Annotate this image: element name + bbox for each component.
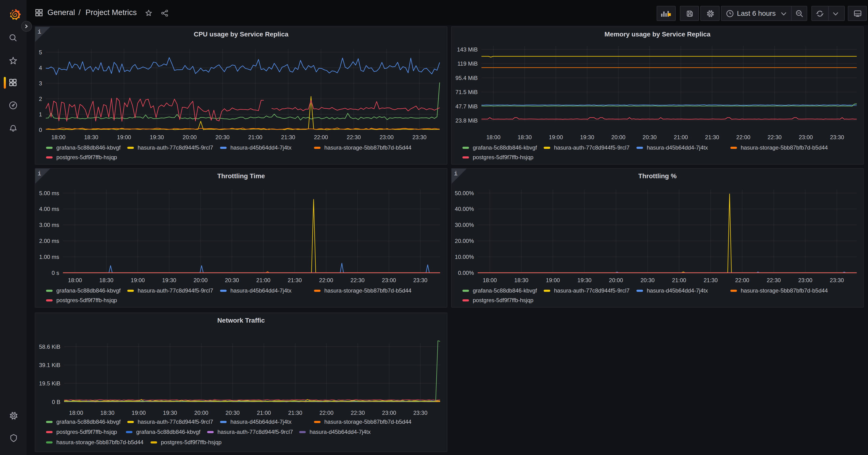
svg-text:20:00: 20:00 xyxy=(194,409,208,416)
svg-text:21:30: 21:30 xyxy=(705,134,719,140)
svg-text:18:00: 18:00 xyxy=(69,409,83,416)
svg-text:19:00: 19:00 xyxy=(549,134,563,140)
svg-text:3.00 ms: 3.00 ms xyxy=(39,222,59,228)
svg-text:18:30: 18:30 xyxy=(514,277,528,283)
svg-text:50.00%: 50.00% xyxy=(455,190,474,196)
svg-text:2: 2 xyxy=(39,96,42,102)
svg-text:1.00 ms: 1.00 ms xyxy=(39,254,59,260)
svg-text:23:30: 23:30 xyxy=(412,134,427,140)
svg-text:0 s: 0 s xyxy=(52,270,59,276)
svg-text:18:00: 18:00 xyxy=(68,277,82,283)
svg-text:23:00: 23:00 xyxy=(382,409,396,416)
svg-text:1: 1 xyxy=(39,111,42,118)
svg-text:18:00: 18:00 xyxy=(486,134,500,140)
svg-text:18:30: 18:30 xyxy=(99,277,114,283)
svg-text:40.00%: 40.00% xyxy=(455,206,474,212)
svg-text:21:30: 21:30 xyxy=(288,409,302,416)
svg-text:0: 0 xyxy=(39,127,42,133)
svg-text:21:30: 21:30 xyxy=(704,277,718,283)
svg-text:18:30: 18:30 xyxy=(518,134,532,140)
svg-text:20.00%: 20.00% xyxy=(455,238,474,244)
svg-text:19:30: 19:30 xyxy=(162,277,176,283)
svg-text:18:30: 18:30 xyxy=(84,134,98,140)
svg-text:71.5 MiB: 71.5 MiB xyxy=(455,89,478,95)
svg-text:2.00 ms: 2.00 ms xyxy=(39,238,59,244)
svg-text:21:00: 21:00 xyxy=(257,409,271,416)
svg-text:23:30: 23:30 xyxy=(413,409,427,416)
svg-text:5: 5 xyxy=(39,49,42,56)
svg-text:19:00: 19:00 xyxy=(546,277,560,283)
svg-text:23:30: 23:30 xyxy=(830,277,844,283)
svg-text:21:30: 21:30 xyxy=(288,277,302,283)
svg-text:19:00: 19:00 xyxy=(117,134,131,140)
svg-text:23.8 MiB: 23.8 MiB xyxy=(455,117,478,124)
svg-text:119 MiB: 119 MiB xyxy=(458,60,478,67)
svg-text:23:30: 23:30 xyxy=(830,134,844,140)
svg-text:23:00: 23:00 xyxy=(379,134,394,140)
svg-text:21:30: 21:30 xyxy=(281,134,295,140)
svg-text:20:30: 20:30 xyxy=(641,277,654,283)
svg-text:30.00%: 30.00% xyxy=(455,222,474,228)
svg-text:22:00: 22:00 xyxy=(735,277,749,283)
svg-text:20:30: 20:30 xyxy=(643,134,657,140)
svg-text:23:00: 23:00 xyxy=(799,134,813,140)
svg-text:23:00: 23:00 xyxy=(382,277,396,283)
svg-text:20:00: 20:00 xyxy=(183,134,197,140)
svg-text:3: 3 xyxy=(39,80,42,87)
svg-text:39.1 KiB: 39.1 KiB xyxy=(39,362,60,368)
svg-text:22:00: 22:00 xyxy=(319,277,333,283)
svg-text:22:30: 22:30 xyxy=(350,277,365,283)
svg-text:21:00: 21:00 xyxy=(248,134,262,140)
svg-text:143 MiB: 143 MiB xyxy=(457,46,478,53)
svg-text:21:00: 21:00 xyxy=(672,277,686,283)
svg-text:10.00%: 10.00% xyxy=(455,254,474,260)
svg-text:20:00: 20:00 xyxy=(611,134,625,140)
svg-text:0.00%: 0.00% xyxy=(458,270,474,276)
svg-text:19.5 KiB: 19.5 KiB xyxy=(39,380,60,387)
svg-text:21:00: 21:00 xyxy=(674,134,688,140)
svg-text:19:00: 19:00 xyxy=(132,409,146,416)
svg-text:4.00 ms: 4.00 ms xyxy=(39,206,59,212)
svg-text:58.6 KiB: 58.6 KiB xyxy=(39,344,60,350)
svg-text:23:00: 23:00 xyxy=(798,277,812,283)
svg-text:5.00 ms: 5.00 ms xyxy=(39,190,59,196)
svg-text:20:00: 20:00 xyxy=(193,277,208,283)
svg-text:47.7 MiB: 47.7 MiB xyxy=(455,103,478,110)
svg-text:22:00: 22:00 xyxy=(736,134,750,140)
svg-text:95.4 MiB: 95.4 MiB xyxy=(455,75,478,81)
svg-text:19:30: 19:30 xyxy=(580,134,594,140)
svg-text:19:00: 19:00 xyxy=(131,277,145,283)
svg-text:18:00: 18:00 xyxy=(483,277,497,283)
svg-text:23:30: 23:30 xyxy=(413,277,427,283)
svg-text:20:00: 20:00 xyxy=(609,277,623,283)
svg-text:22:00: 22:00 xyxy=(314,134,328,140)
svg-text:18:00: 18:00 xyxy=(52,134,65,140)
svg-text:4: 4 xyxy=(39,65,42,71)
svg-text:22:30: 22:30 xyxy=(347,134,361,140)
svg-text:0 B: 0 B xyxy=(52,399,60,405)
svg-text:18:30: 18:30 xyxy=(100,409,114,416)
svg-text:22:30: 22:30 xyxy=(767,277,781,283)
svg-text:21:00: 21:00 xyxy=(256,277,270,283)
svg-text:22:30: 22:30 xyxy=(351,409,365,416)
svg-text:20:30: 20:30 xyxy=(225,409,240,416)
svg-text:19:30: 19:30 xyxy=(578,277,592,283)
svg-text:20:30: 20:30 xyxy=(225,277,239,283)
svg-text:19:30: 19:30 xyxy=(150,134,164,140)
svg-text:19:30: 19:30 xyxy=(163,409,177,416)
svg-text:20:30: 20:30 xyxy=(215,134,229,140)
svg-text:22:00: 22:00 xyxy=(319,409,334,416)
svg-text:22:30: 22:30 xyxy=(768,134,782,140)
